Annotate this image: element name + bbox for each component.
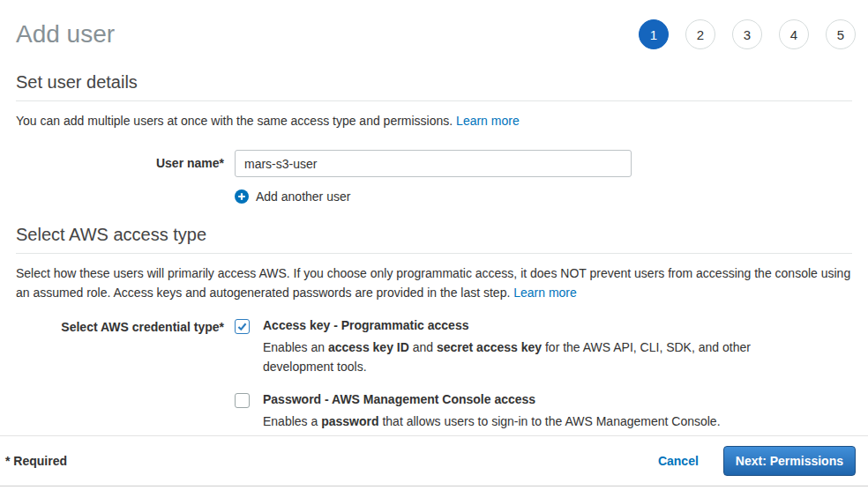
add-another-user-label: Add another user — [256, 189, 350, 204]
access-type-intro-text: Select how these users will primarily ac… — [16, 266, 850, 300]
cancel-button[interactable]: Cancel — [658, 454, 699, 468]
desc-text: Enables a — [263, 414, 321, 428]
credential-type-label: Select AWS credential type* — [16, 318, 224, 431]
username-row: User name* — [16, 150, 852, 177]
page-title: Add user — [16, 20, 115, 48]
desc-text: Enables an — [263, 340, 328, 354]
user-details-intro: You can add multiple users at once with … — [16, 111, 852, 130]
user-details-heading: Set user details — [16, 72, 852, 101]
programmatic-access-description: Enables an access key ID and secret acce… — [263, 338, 757, 376]
desc-bold: password — [321, 414, 378, 428]
user-details-learn-more-link[interactable]: Learn more — [456, 114, 520, 128]
step-1-indicator: 1 — [639, 19, 669, 49]
access-type-heading: Select AWS access type — [16, 225, 852, 254]
access-type-intro: Select how these users will primarily ac… — [16, 264, 852, 302]
console-access-option: Password - AWS Management Console access… — [235, 392, 757, 431]
checkmark-icon — [236, 321, 248, 332]
next-permissions-button[interactable]: Next: Permissions — [723, 446, 856, 476]
username-input[interactable] — [235, 150, 632, 177]
wizard-footer: * Required Cancel Next: Permissions — [0, 435, 868, 486]
step-3-indicator: 3 — [732, 19, 762, 49]
step-4-indicator: 4 — [779, 19, 809, 49]
programmatic-access-checkbox[interactable] — [235, 319, 250, 334]
desc-bold: secret access key — [437, 340, 542, 354]
user-details-intro-text: You can add multiple users at once with … — [16, 114, 453, 128]
credential-type-row: Select AWS credential type* Access key -… — [16, 318, 852, 431]
console-access-title: Password - AWS Management Console access — [263, 392, 721, 406]
username-label: User name* — [16, 150, 224, 177]
page-header: Add user 1 2 3 4 5 — [0, 0, 868, 55]
access-type-learn-more-link[interactable]: Learn more — [513, 286, 577, 300]
required-note: * Required — [5, 454, 67, 468]
console-access-description: Enables a password that allows users to … — [263, 412, 721, 431]
step-2-indicator: 2 — [685, 19, 715, 49]
add-another-user-button[interactable]: Add another user — [235, 189, 852, 204]
wizard-body: Set user details You can add multiple us… — [0, 55, 868, 435]
desc-text: and — [409, 340, 437, 354]
console-access-checkbox[interactable] — [235, 393, 250, 408]
programmatic-access-option: Access key - Programmatic access Enables… — [235, 318, 757, 376]
plus-circle-icon — [235, 189, 249, 204]
wizard-step-indicator: 1 2 3 4 5 — [639, 19, 856, 49]
desc-text: that allows users to sign-in to the AWS … — [379, 414, 721, 428]
programmatic-access-title: Access key - Programmatic access — [263, 318, 757, 332]
step-5-indicator: 5 — [826, 19, 856, 49]
desc-bold: access key ID — [328, 340, 409, 354]
